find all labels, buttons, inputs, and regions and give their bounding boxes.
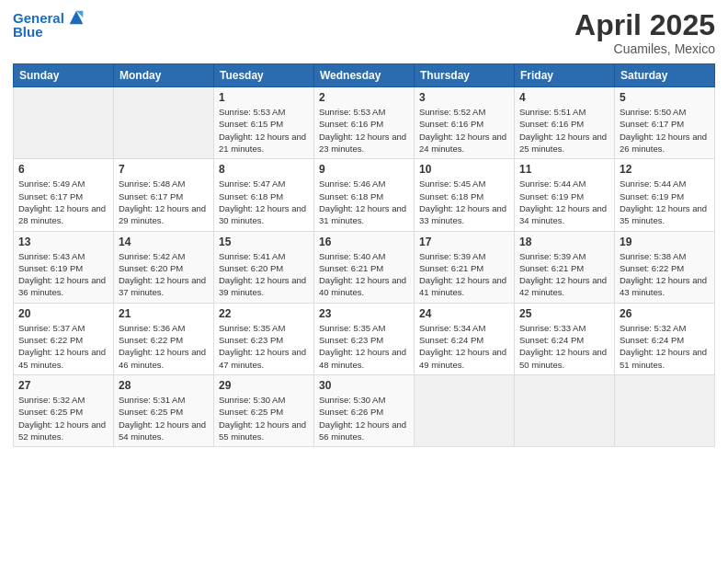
day-cell: 21Sunrise: 5:36 AM Sunset: 6:22 PM Dayli… xyxy=(114,303,214,374)
day-number: 16 xyxy=(319,236,409,248)
day-number: 8 xyxy=(219,163,309,176)
day-number: 19 xyxy=(620,236,710,248)
day-number: 18 xyxy=(519,236,609,248)
day-info: Sunrise: 5:53 AM Sunset: 6:15 PM Dayligh… xyxy=(219,106,309,155)
week-row-3: 13Sunrise: 5:43 AM Sunset: 6:19 PM Dayli… xyxy=(14,231,715,303)
day-number: 15 xyxy=(219,236,309,248)
day-cell: 9Sunrise: 5:46 AM Sunset: 6:18 PM Daylig… xyxy=(314,159,415,231)
day-number: 14 xyxy=(119,236,209,248)
header-tuesday: Tuesday xyxy=(214,64,314,87)
day-cell: 23Sunrise: 5:35 AM Sunset: 6:23 PM Dayli… xyxy=(314,303,415,374)
header-friday: Friday xyxy=(515,64,615,87)
day-cell: 10Sunrise: 5:45 AM Sunset: 6:18 PM Dayli… xyxy=(415,159,515,231)
day-info: Sunrise: 5:30 AM Sunset: 6:26 PM Dayligh… xyxy=(319,394,409,442)
day-cell: 30Sunrise: 5:30 AM Sunset: 6:26 PM Dayli… xyxy=(314,374,415,446)
day-cell: 24Sunrise: 5:34 AM Sunset: 6:24 PM Dayli… xyxy=(415,303,515,374)
header-wednesday: Wednesday xyxy=(314,64,415,87)
day-cell: 14Sunrise: 5:42 AM Sunset: 6:20 PM Dayli… xyxy=(114,231,214,303)
day-number: 10 xyxy=(419,163,509,176)
day-cell xyxy=(415,374,515,446)
weekday-header-row: Sunday Monday Tuesday Wednesday Thursday… xyxy=(14,64,715,87)
day-cell: 22Sunrise: 5:35 AM Sunset: 6:23 PM Dayli… xyxy=(214,303,314,374)
day-info: Sunrise: 5:52 AM Sunset: 6:16 PM Dayligh… xyxy=(419,106,509,155)
day-cell: 27Sunrise: 5:32 AM Sunset: 6:25 PM Dayli… xyxy=(14,374,114,446)
day-number: 25 xyxy=(519,307,609,320)
page: General Blue April 2025 Cuamiles, Mexico… xyxy=(0,0,728,563)
day-info: Sunrise: 5:44 AM Sunset: 6:19 PM Dayligh… xyxy=(620,178,710,226)
day-number: 5 xyxy=(620,91,710,104)
day-cell: 3Sunrise: 5:52 AM Sunset: 6:16 PM Daylig… xyxy=(415,87,515,159)
day-info: Sunrise: 5:38 AM Sunset: 6:22 PM Dayligh… xyxy=(620,250,710,299)
day-number: 21 xyxy=(119,307,209,320)
day-number: 4 xyxy=(519,91,609,104)
day-cell: 18Sunrise: 5:39 AM Sunset: 6:21 PM Dayli… xyxy=(515,231,615,303)
day-info: Sunrise: 5:39 AM Sunset: 6:21 PM Dayligh… xyxy=(419,250,509,299)
calendar-title: April 2025 xyxy=(574,9,715,41)
day-number: 22 xyxy=(219,307,309,320)
day-info: Sunrise: 5:30 AM Sunset: 6:25 PM Dayligh… xyxy=(219,394,309,442)
day-info: Sunrise: 5:49 AM Sunset: 6:17 PM Dayligh… xyxy=(18,178,108,226)
day-info: Sunrise: 5:48 AM Sunset: 6:17 PM Dayligh… xyxy=(119,178,209,226)
day-cell: 1Sunrise: 5:53 AM Sunset: 6:15 PM Daylig… xyxy=(214,87,314,159)
day-number: 3 xyxy=(419,91,509,104)
day-cell: 25Sunrise: 5:33 AM Sunset: 6:24 PM Dayli… xyxy=(515,303,615,374)
day-info: Sunrise: 5:50 AM Sunset: 6:17 PM Dayligh… xyxy=(620,106,710,155)
header-monday: Monday xyxy=(114,64,214,87)
day-info: Sunrise: 5:43 AM Sunset: 6:19 PM Dayligh… xyxy=(18,250,108,299)
day-info: Sunrise: 5:36 AM Sunset: 6:22 PM Dayligh… xyxy=(119,322,209,371)
calendar-subtitle: Cuamiles, Mexico xyxy=(574,41,715,56)
day-info: Sunrise: 5:35 AM Sunset: 6:23 PM Dayligh… xyxy=(219,322,309,371)
day-cell: 6Sunrise: 5:49 AM Sunset: 6:17 PM Daylig… xyxy=(14,159,114,231)
day-number: 9 xyxy=(319,163,409,176)
day-cell xyxy=(114,87,214,159)
header-thursday: Thursday xyxy=(415,64,515,87)
day-info: Sunrise: 5:46 AM Sunset: 6:18 PM Dayligh… xyxy=(319,178,409,226)
day-number: 29 xyxy=(219,379,309,392)
day-info: Sunrise: 5:45 AM Sunset: 6:18 PM Dayligh… xyxy=(419,178,509,226)
day-info: Sunrise: 5:53 AM Sunset: 6:16 PM Dayligh… xyxy=(319,106,409,155)
day-cell: 15Sunrise: 5:41 AM Sunset: 6:20 PM Dayli… xyxy=(214,231,314,303)
day-cell: 5Sunrise: 5:50 AM Sunset: 6:17 PM Daylig… xyxy=(615,87,715,159)
day-cell xyxy=(515,374,615,446)
day-cell: 28Sunrise: 5:31 AM Sunset: 6:25 PM Dayli… xyxy=(114,374,214,446)
day-number: 11 xyxy=(519,163,609,176)
week-row-4: 20Sunrise: 5:37 AM Sunset: 6:22 PM Dayli… xyxy=(14,303,715,374)
day-info: Sunrise: 5:32 AM Sunset: 6:24 PM Dayligh… xyxy=(620,322,710,371)
day-cell: 16Sunrise: 5:40 AM Sunset: 6:21 PM Dayli… xyxy=(314,231,415,303)
day-info: Sunrise: 5:51 AM Sunset: 6:16 PM Dayligh… xyxy=(519,106,609,155)
day-number: 27 xyxy=(18,379,108,392)
day-info: Sunrise: 5:37 AM Sunset: 6:22 PM Dayligh… xyxy=(18,322,108,371)
day-cell xyxy=(615,374,715,446)
day-cell: 8Sunrise: 5:47 AM Sunset: 6:18 PM Daylig… xyxy=(214,159,314,231)
day-cell xyxy=(14,87,114,159)
day-number: 20 xyxy=(18,307,108,320)
day-number: 7 xyxy=(119,163,209,176)
day-number: 1 xyxy=(219,91,309,104)
day-cell: 26Sunrise: 5:32 AM Sunset: 6:24 PM Dayli… xyxy=(615,303,715,374)
day-number: 13 xyxy=(18,236,108,248)
header-saturday: Saturday xyxy=(615,64,715,87)
day-cell: 29Sunrise: 5:30 AM Sunset: 6:25 PM Dayli… xyxy=(214,374,314,446)
day-number: 17 xyxy=(419,236,509,248)
calendar-table: Sunday Monday Tuesday Wednesday Thursday… xyxy=(13,63,715,447)
day-number: 30 xyxy=(319,379,409,392)
week-row-1: 1Sunrise: 5:53 AM Sunset: 6:15 PM Daylig… xyxy=(14,87,715,159)
day-info: Sunrise: 5:34 AM Sunset: 6:24 PM Dayligh… xyxy=(419,322,509,371)
header: General Blue April 2025 Cuamiles, Mexico xyxy=(13,9,715,56)
day-cell: 2Sunrise: 5:53 AM Sunset: 6:16 PM Daylig… xyxy=(314,87,415,159)
day-info: Sunrise: 5:31 AM Sunset: 6:25 PM Dayligh… xyxy=(119,394,209,442)
day-number: 26 xyxy=(620,307,710,320)
day-info: Sunrise: 5:44 AM Sunset: 6:19 PM Dayligh… xyxy=(519,178,609,226)
day-number: 28 xyxy=(119,379,209,392)
day-number: 24 xyxy=(419,307,509,320)
day-number: 12 xyxy=(620,163,710,176)
day-cell: 12Sunrise: 5:44 AM Sunset: 6:19 PM Dayli… xyxy=(615,159,715,231)
day-cell: 4Sunrise: 5:51 AM Sunset: 6:16 PM Daylig… xyxy=(515,87,615,159)
day-info: Sunrise: 5:35 AM Sunset: 6:23 PM Dayligh… xyxy=(319,322,409,371)
day-cell: 20Sunrise: 5:37 AM Sunset: 6:22 PM Dayli… xyxy=(14,303,114,374)
day-number: 6 xyxy=(18,163,108,176)
day-cell: 7Sunrise: 5:48 AM Sunset: 6:17 PM Daylig… xyxy=(114,159,214,231)
day-number: 23 xyxy=(319,307,409,320)
day-info: Sunrise: 5:42 AM Sunset: 6:20 PM Dayligh… xyxy=(119,250,209,299)
day-cell: 17Sunrise: 5:39 AM Sunset: 6:21 PM Dayli… xyxy=(415,231,515,303)
